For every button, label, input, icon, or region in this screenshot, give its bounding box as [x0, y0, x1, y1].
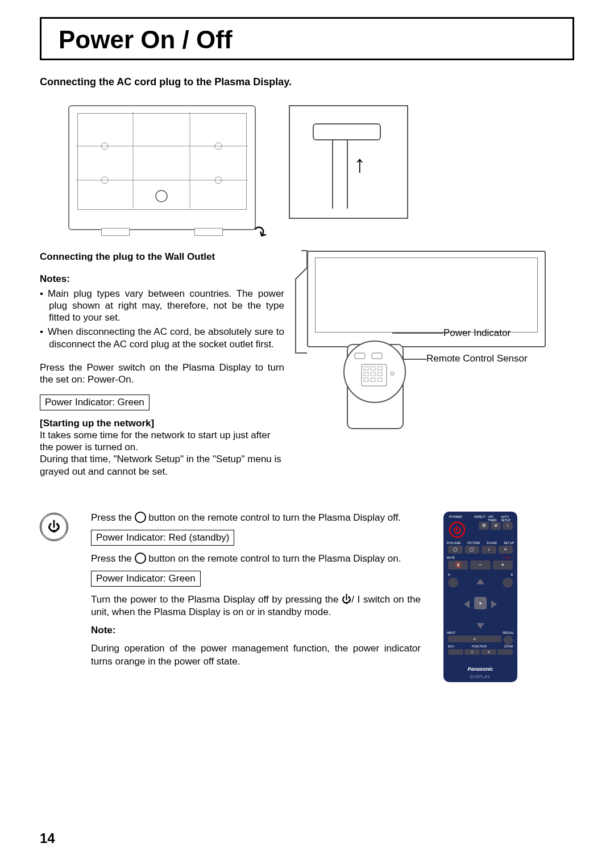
- remote-power-label: POWER: [449, 515, 462, 518]
- remote-n-label: N: [448, 573, 450, 576]
- press-power-text: Press the Power switch on the Plasma Dis…: [40, 362, 284, 386]
- remote-eco-button: [448, 649, 463, 655]
- power-indicator-green-box: Power Indicator: Green: [40, 394, 150, 410]
- remote-picture-label: PICTURE: [467, 541, 480, 545]
- left-column: Connecting the plug to the Wall Outlet N…: [40, 251, 284, 477]
- svg-rect-18: [364, 378, 368, 381]
- remote-power-button: ⏻: [449, 522, 465, 538]
- page-number: 14: [40, 830, 55, 846]
- remote-enter-button: ■: [474, 597, 487, 609]
- remote-autosetup-button: ↕: [503, 522, 513, 530]
- svg-point-21: [391, 372, 394, 375]
- switch-off-text: Turn the power to the Plasma Display off…: [91, 593, 421, 618]
- remote-recall-label: RECALL: [503, 631, 514, 634]
- remote-brand-sub: DISPLAY: [443, 675, 517, 679]
- remote-n-button: [448, 578, 458, 588]
- remote-setup-label: SET UP: [504, 541, 514, 545]
- remote-brand: Panasonic: [443, 666, 517, 672]
- remote-setup-button: ≡: [499, 546, 513, 554]
- remote-nav-pad: ■: [464, 579, 497, 629]
- power-indicator-red-box: Power Indicator: Red (standby): [91, 530, 234, 546]
- note-item-2: When disconnecting the AC cord, be absol…: [49, 326, 284, 350]
- svg-rect-9: [372, 353, 382, 359]
- curved-arrow-icon: ↷: [249, 221, 271, 245]
- remote-possize-label: POS./SIZE: [447, 541, 460, 545]
- top-figures: ↷ ↑: [68, 105, 574, 230]
- remote-vol-up-button: +: [493, 560, 513, 570]
- svg-rect-14: [377, 367, 382, 370]
- figure-connector-closeup: ↑: [289, 105, 408, 219]
- remote-possize-button: ▢: [448, 546, 463, 554]
- svg-rect-20: [377, 378, 382, 381]
- remote-func2-button: 2: [481, 649, 496, 655]
- svg-rect-16: [371, 372, 375, 376]
- note-heading: Note:: [91, 625, 115, 636]
- startup-p1: It takes some time for the network to st…: [40, 429, 284, 454]
- callout-line-1: [392, 333, 443, 334]
- right-column: Power Indicator Remote Control Sensor: [296, 251, 574, 477]
- svg-rect-13: [371, 367, 375, 370]
- press-off-text: Press the button on the remote control t…: [91, 512, 421, 524]
- remote-zoom-button: [497, 649, 513, 655]
- remote-aspect-button: ⊞: [479, 522, 489, 530]
- power-indicator-label: Power Indicator: [443, 327, 511, 339]
- remote-recall-button: [504, 636, 513, 645]
- arrow-up-icon: ↑: [354, 151, 366, 178]
- svg-rect-12: [364, 367, 368, 370]
- startup-heading: [Starting up the network]: [40, 417, 284, 429]
- subtitle: Connecting the AC cord plug to the Plasm…: [40, 76, 574, 88]
- remote-nav-right: [491, 600, 497, 608]
- remote-input-label: INPUT: [447, 631, 455, 634]
- page-title: Power On / Off: [59, 26, 555, 54]
- remote-offtimer-button: ⊘: [491, 522, 501, 530]
- figure-remote-big: POWER ⏻ ASPECT OFF TIMER AUTO SETUP ⊞ ⊘ …: [443, 512, 517, 682]
- lower-section: ⏻ Press the button on the remote control…: [40, 512, 574, 682]
- wall-outlet-heading: Connecting the plug to the Wall Outlet: [40, 251, 284, 263]
- note-body: During operation of the power management…: [91, 642, 421, 667]
- magnifier-circle: [343, 340, 406, 403]
- remote-mute-label: MUTE: [447, 556, 455, 559]
- remote-sensor-label: Remote Control Sensor: [426, 353, 528, 364]
- remote-power-icon: [135, 512, 146, 523]
- svg-rect-17: [377, 372, 382, 376]
- svg-rect-15: [364, 372, 368, 376]
- remote-zoom-label: ZOOM: [504, 645, 513, 648]
- remote-r-button: [503, 578, 513, 588]
- remote-nav-up: [476, 579, 484, 584]
- callout-line-2: [404, 359, 426, 360]
- remote-eco-label: ECO: [448, 645, 454, 648]
- remote-sound-label: SOUND: [487, 541, 497, 545]
- remote-picture-button: ▢: [465, 546, 480, 554]
- remote-closeup-svg: [345, 342, 405, 402]
- remote-aspect-label: ASPECT: [474, 515, 486, 522]
- remote-function-label: FUNCTION: [455, 645, 503, 648]
- remote-offtimer-label: OFF TIMER: [488, 515, 499, 522]
- remote-nav-left: [464, 600, 470, 608]
- back-panel-detail-svg: [76, 112, 248, 209]
- title-box: Power On / Off: [40, 17, 574, 60]
- press-on-text: Press the button on the remote control t…: [91, 553, 421, 565]
- remote-input-button: ⎚: [448, 636, 501, 642]
- power-button-icon-circle: ⏻: [40, 512, 68, 682]
- power-icon: ⏻: [48, 520, 60, 534]
- svg-point-8: [156, 190, 167, 202]
- note-item-1: Main plug types vary between countries. …: [49, 288, 284, 324]
- svg-rect-11: [362, 364, 387, 386]
- notes-heading: Notes:: [40, 273, 284, 285]
- remote-nav-down: [476, 623, 484, 629]
- ac-cord-svg: [290, 245, 324, 359]
- remote-func1-button: 1: [464, 649, 480, 655]
- remote-vol-down-button: −: [470, 560, 490, 570]
- startup-p2: During that time, "Network Setup" in the…: [40, 453, 284, 477]
- remote-mute-button: 🔇: [448, 560, 468, 570]
- figure-display-back: ↷: [68, 105, 256, 230]
- remote-sound-button: ♪: [482, 546, 496, 554]
- svg-rect-10: [355, 353, 365, 359]
- power-switch-symbol: ⏻/ I: [342, 594, 360, 605]
- remote-autosetup-label: AUTO SETUP: [501, 515, 514, 522]
- power-indicator-green-box-2: Power Indicator: Green: [91, 571, 201, 587]
- remote-vol-label: ← VOL →: [501, 556, 514, 559]
- svg-rect-19: [371, 378, 375, 381]
- remote-power-icon-2: [135, 553, 146, 564]
- remote-r-label: R: [511, 573, 513, 576]
